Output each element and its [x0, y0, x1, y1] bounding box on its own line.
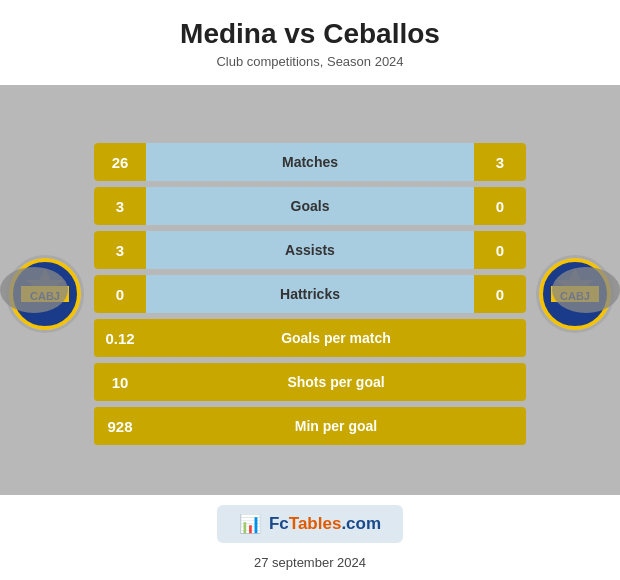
stat-label-0: Matches: [146, 154, 474, 170]
stat-label-2: Assists: [146, 242, 474, 258]
stat-label-5: Shots per goal: [146, 374, 526, 390]
stat-left-val-0: 26: [94, 143, 146, 181]
left-oval-decor: [0, 267, 68, 313]
stat-row-2: 3 Assists 0: [94, 231, 526, 269]
stat-left-val-6: 928: [94, 407, 146, 445]
stat-left-val-3: 0: [94, 275, 146, 313]
watermark-icon: 📊: [239, 513, 261, 535]
stats-rows: 26 Matches 3 3 Goals 0 3 Assists 0 0 Hat…: [90, 143, 530, 445]
stat-right-val-0: 3: [474, 143, 526, 181]
stat-row-6: 928 Min per goal: [94, 407, 526, 445]
stat-left-val-4: 0.12: [94, 319, 146, 357]
page-subtitle: Club competitions, Season 2024: [216, 54, 403, 69]
stat-row-4: 0.12 Goals per match: [94, 319, 526, 357]
stat-row-0: 26 Matches 3: [94, 143, 526, 181]
page-container: Medina vs Ceballos Club competitions, Se…: [0, 0, 620, 580]
page-title: Medina vs Ceballos: [180, 18, 440, 50]
stat-row-1: 3 Goals 0: [94, 187, 526, 225]
stat-label-3: Hattricks: [146, 286, 474, 302]
right-oval-decor: [552, 267, 620, 313]
stats-section: CABJ 26 Matches 3 3 Goals 0 3 Assists 0 …: [0, 85, 620, 495]
stat-right-val-2: 0: [474, 231, 526, 269]
stat-left-val-5: 10: [94, 363, 146, 401]
stat-row-5: 10 Shots per goal: [94, 363, 526, 401]
stat-left-val-1: 3: [94, 187, 146, 225]
stat-right-val-3: 0: [474, 275, 526, 313]
stat-row-3: 0 Hattricks 0: [94, 275, 526, 313]
stat-label-4: Goals per match: [146, 330, 526, 346]
stat-left-val-2: 3: [94, 231, 146, 269]
footer-date: 27 september 2024: [254, 555, 366, 570]
stat-label-1: Goals: [146, 198, 474, 214]
stat-label-6: Min per goal: [146, 418, 526, 434]
watermark-text: FcTables.com: [269, 514, 381, 534]
stat-right-val-1: 0: [474, 187, 526, 225]
watermark: 📊 FcTables.com: [217, 505, 403, 543]
